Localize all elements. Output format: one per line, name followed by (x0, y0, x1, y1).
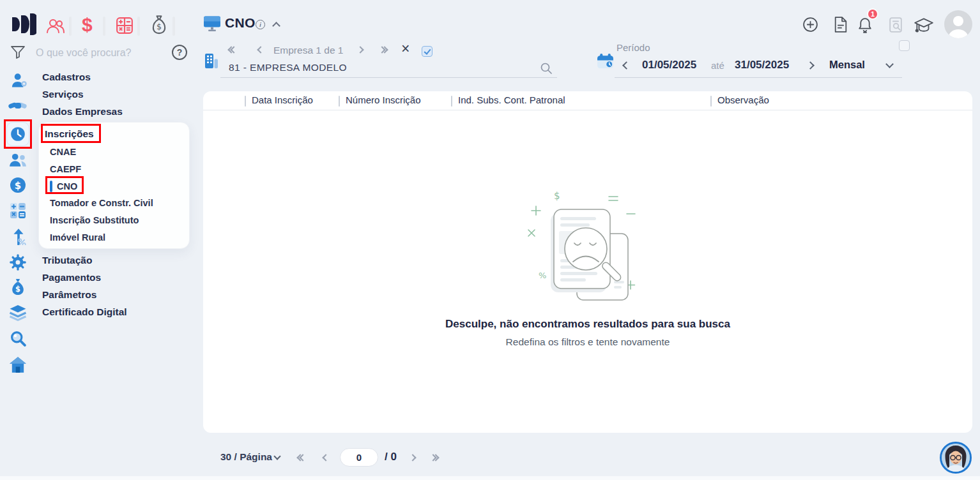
sidebar-item-servicos[interactable]: Serviços (42, 87, 84, 102)
column-separator (245, 96, 246, 107)
page-size-chevron-icon[interactable] (273, 453, 280, 460)
calculator-icon[interactable] (116, 17, 134, 34)
document-search-icon[interactable] (888, 17, 903, 33)
selected-item-indicator (50, 181, 52, 192)
pagination-page-input[interactable] (340, 448, 378, 467)
submenu-title-inscricoes[interactable]: Inscrições (45, 126, 94, 142)
education-cap-icon[interactable] (914, 17, 934, 34)
calendar-icon (597, 53, 614, 69)
layers-icon[interactable] (8, 304, 27, 321)
monitor-icon (203, 15, 221, 33)
add-icon[interactable] (802, 17, 818, 33)
svg-text:$: $ (157, 22, 162, 31)
column-separator (339, 96, 340, 107)
gear-icon[interactable] (9, 253, 27, 271)
column-separator (710, 96, 712, 107)
company-prev-icon[interactable] (257, 46, 264, 53)
submenu-item-cno[interactable]: CNO (57, 179, 77, 193)
bottom-edge (0, 476, 980, 480)
document-icon[interactable] (833, 16, 848, 33)
trending-up-icon[interactable] (11, 227, 26, 245)
sidebar-search-input[interactable] (36, 45, 164, 61)
user-settings-icon[interactable] (10, 71, 28, 89)
info-icon[interactable]: i (256, 20, 265, 29)
period-mode-select[interactable]: Mensal (829, 59, 865, 71)
svg-text:$: $ (15, 285, 20, 294)
svg-text:$: $ (554, 190, 560, 202)
pagination-last-icon[interactable] (431, 455, 438, 460)
column-header-numero-inscricao[interactable]: Número Inscrição (346, 94, 421, 105)
period-end-date[interactable]: 31/05/2025 (735, 59, 789, 71)
company-search-icon[interactable] (540, 62, 553, 75)
results-panel: Data Inscrição Número Inscrição Ind. Sub… (203, 91, 972, 433)
app-logo (11, 13, 36, 35)
period-mode-chevron-icon[interactable] (885, 60, 894, 68)
pagination-next-icon[interactable] (409, 454, 416, 461)
funds-bag-icon[interactable]: $ (10, 278, 26, 296)
table-header-row: Data Inscrição Número Inscrição Ind. Sub… (203, 91, 972, 110)
period-start-date[interactable]: 01/05/2025 (642, 59, 696, 71)
company-active-checkbox[interactable] (422, 46, 433, 57)
column-separator (451, 96, 452, 107)
topbar-separator (172, 17, 175, 36)
assistant-avatar[interactable] (940, 442, 972, 474)
page-size-select[interactable]: 30 / Página (220, 451, 272, 463)
company-next-icon[interactable] (356, 46, 364, 53)
period-checkbox[interactable] (899, 40, 910, 51)
period-next-icon[interactable] (806, 61, 815, 70)
billing-icon[interactable]: $ (82, 14, 93, 36)
period-separator-label: até (711, 60, 724, 71)
submenu-item-caepf[interactable]: CAEPF (50, 162, 81, 176)
sidebar-item-dados-empresas[interactable]: Dados Empresas (42, 104, 123, 119)
topbar-separator (137, 17, 140, 36)
empty-state-subtitle: Redefina os filtros e tente novamente (203, 336, 972, 348)
submenu-item-imovel-rural[interactable]: Imóvel Rural (50, 230, 105, 244)
submenu-item-inscricao-substituto[interactable]: Inscrição Substituto (50, 213, 139, 227)
column-header-ind-subs[interactable]: Ind. Subs. Cont. Patronal (458, 94, 565, 105)
pagination-prev-icon[interactable] (322, 454, 329, 461)
empty-state-title: Desculpe, não encontramos resultados par… (203, 318, 972, 331)
topbar-separator (103, 17, 105, 36)
handshake-icon[interactable] (8, 98, 27, 114)
svg-text:%: % (539, 271, 546, 280)
company-nav-label: Empresa 1 de 1 (273, 45, 343, 56)
dollar-circle-icon[interactable]: $ (10, 177, 26, 193)
submenu-item-cnae[interactable]: CNAE (50, 145, 76, 159)
sidebar-item-pagamentos[interactable]: Pagamentos (42, 270, 101, 285)
collapse-header-icon[interactable] (272, 22, 280, 30)
money-bag-icon[interactable]: $ (149, 15, 169, 35)
company-last-icon[interactable] (379, 47, 387, 52)
home-icon[interactable] (8, 356, 27, 373)
column-header-data-inscricao[interactable]: Data Inscrição (252, 94, 313, 105)
topbar-separator (69, 17, 72, 36)
sidebar-item-certificado-digital[interactable]: Certificado Digital (42, 304, 127, 320)
pagination-first-icon[interactable] (298, 455, 305, 460)
submenu-item-tomador[interactable]: Tomador e Constr. Civil (50, 196, 153, 210)
period-prev-icon[interactable] (622, 61, 631, 70)
search-rail-icon[interactable] (10, 330, 27, 347)
building-icon (203, 52, 220, 70)
period-field-underline (615, 77, 902, 78)
clients-icon[interactable] (46, 17, 65, 34)
calc-grid-icon[interactable] (10, 202, 26, 219)
notification-badge: 1 (867, 8, 878, 20)
company-clear-icon[interactable]: × (401, 41, 410, 56)
user-avatar[interactable] (944, 10, 972, 38)
empty-state-illustration: $ % (521, 185, 655, 310)
column-header-observacao[interactable]: Observação (717, 94, 769, 105)
company-value[interactable]: 81 - EMPRESA MODELO (229, 62, 347, 73)
clock-icon (10, 126, 26, 142)
page-title: CNO (225, 15, 256, 31)
sidebar-rail-clock-tile[interactable] (6, 122, 29, 146)
pagination-total-label: / 0 (385, 451, 397, 463)
help-icon[interactable]: ? (172, 45, 187, 60)
filter-icon[interactable] (10, 45, 26, 59)
period-label: Período (616, 42, 650, 53)
company-field-underline (220, 77, 557, 78)
sidebar-item-cadastros[interactable]: Cadastros (42, 70, 91, 85)
company-first-icon[interactable] (229, 47, 236, 52)
svg-text:$: $ (15, 180, 21, 191)
people-icon[interactable] (8, 151, 27, 168)
sidebar-item-parametros[interactable]: Parâmetros (42, 287, 96, 303)
sidebar-item-tributacao[interactable]: Tributação (42, 253, 92, 268)
